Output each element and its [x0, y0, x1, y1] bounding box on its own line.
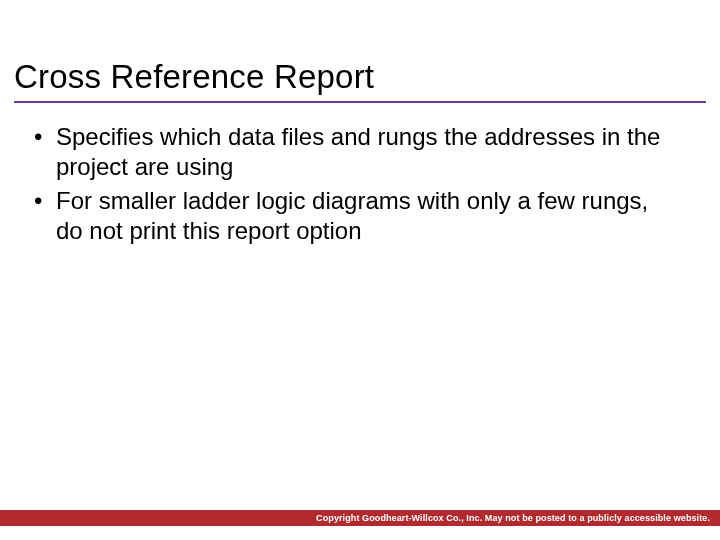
list-item: Specifies which data files and rungs the…	[32, 122, 672, 182]
list-item: For smaller ladder logic diagrams with o…	[32, 186, 672, 246]
bullet-list: Specifies which data files and rungs the…	[32, 122, 672, 250]
footer-bar: Copyright Goodheart-Willcox Co., Inc. Ma…	[0, 510, 720, 526]
footer-text: Copyright Goodheart-Willcox Co., Inc. Ma…	[316, 513, 710, 523]
title-underline	[14, 101, 706, 103]
slide-title: Cross Reference Report	[14, 58, 374, 96]
slide: Cross Reference Report Specifies which d…	[0, 0, 720, 540]
